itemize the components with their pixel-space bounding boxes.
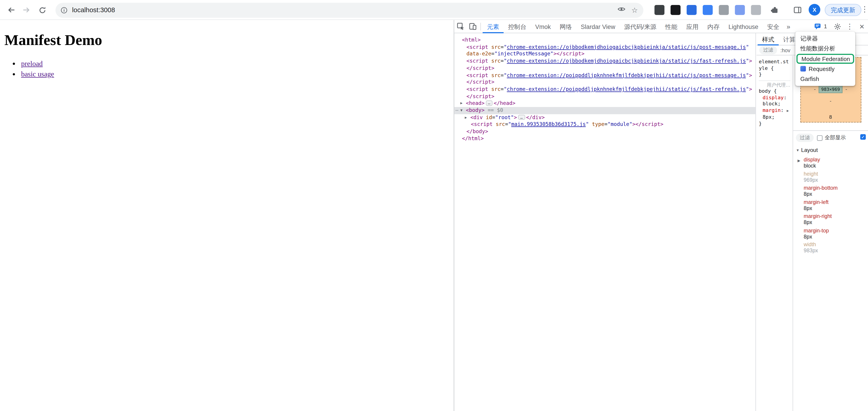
- overflow-menu-item[interactable]: Module Federation: [797, 54, 854, 64]
- gray-extension-icon[interactable]: [719, 5, 729, 15]
- devtools-close-icon[interactable]: ×: [856, 20, 868, 33]
- devtools-tab[interactable]: Lighthouse: [724, 20, 763, 33]
- elements-node[interactable]: ⋯▼<body> == $0: [454, 107, 755, 114]
- collapse-icon[interactable]: ▼: [460, 107, 466, 114]
- inspect-element-icon[interactable]: [454, 20, 467, 33]
- style-rules-pane: element.style {}用户代理…body {display: bloc…: [756, 56, 793, 411]
- site-info-icon[interactable]: [60, 6, 68, 13]
- resource-link[interactable]: chrome-extension://ojbbodkemjdhoiogaicbc…: [507, 44, 746, 50]
- elements-node[interactable]: ▶<head>…</head>: [454, 100, 755, 107]
- devtools-tab[interactable]: Vmok: [531, 20, 555, 33]
- resource-link[interactable]: chrome-extension://poippddljpknhnekfmjlf…: [507, 72, 746, 78]
- resource-link[interactable]: chrome-extension://ojbbodkemjdhoiogaicbc…: [507, 58, 746, 64]
- forward-button[interactable]: [20, 3, 33, 17]
- elements-node[interactable]: </html>: [454, 135, 755, 142]
- styles-filter-input[interactable]: 过滤: [759, 46, 777, 55]
- hov-toggle[interactable]: :hov: [780, 47, 790, 53]
- update-chrome-button[interactable]: 完成更新: [825, 4, 862, 16]
- back-icon: [6, 6, 16, 14]
- group-checkbox[interactable]: ✓: [860, 134, 866, 140]
- elements-node[interactable]: data-e2e="injectPostMessage"></script>: [454, 51, 755, 58]
- box-model-left-dash: -: [814, 87, 815, 92]
- styles-body: element.style {}用户代理…body {display: bloc…: [756, 56, 868, 411]
- address-bar[interactable]: localhost:3008 ☆: [55, 2, 644, 18]
- elements-node[interactable]: <script src="chrome-extension://poippddl…: [454, 72, 755, 79]
- extensions-puzzle-icon[interactable]: [770, 5, 780, 15]
- layout-property[interactable]: ▶displayblock: [796, 156, 865, 169]
- back-button[interactable]: [4, 3, 18, 17]
- show-all-checkbox[interactable]: [817, 135, 823, 140]
- elements-node[interactable]: <script src="main.99353058b36d3175.js" t…: [454, 121, 755, 128]
- devtools-menu-icon[interactable]: ⋮: [844, 20, 856, 33]
- preview-eye-icon[interactable]: [617, 5, 626, 15]
- devtools-tab[interactable]: 网络: [555, 20, 576, 33]
- layout-title-text: Layout: [801, 147, 818, 153]
- device-toolbar-icon[interactable]: [466, 20, 478, 33]
- elements-node[interactable]: ▶<div id="root">…</div>: [454, 114, 755, 121]
- issues-count: 1: [824, 23, 827, 29]
- lightblue-extension-icon[interactable]: [735, 5, 745, 15]
- profile-avatar[interactable]: X: [809, 4, 820, 15]
- blue-extension-icon[interactable]: [687, 5, 696, 15]
- layout-property[interactable]: margin-top8px: [796, 227, 865, 239]
- page-link[interactable]: basic usage: [21, 70, 54, 78]
- resource-link[interactable]: main.99353058b36d3175.js: [512, 121, 586, 127]
- silver-extension-icon[interactable]: [751, 5, 761, 15]
- computed-filter-input[interactable]: 过滤: [796, 134, 813, 142]
- extension-icons: [654, 5, 761, 15]
- overflow-menu-item[interactable]: Garfish: [796, 74, 855, 84]
- elements-node[interactable]: <script src="chrome-extension://ojbbodke…: [454, 58, 755, 65]
- side-panel-icon[interactable]: [793, 5, 802, 15]
- expand-icon[interactable]: ▶: [465, 114, 470, 121]
- devtools-tab[interactable]: 控制台: [504, 20, 531, 33]
- expand-icon[interactable]: ▶: [460, 100, 466, 107]
- layout-property[interactable]: margin-right8px: [796, 213, 865, 225]
- browser-menu-icon[interactable]: ⋮: [861, 4, 868, 13]
- show-all-toggle[interactable]: 全部显示: [817, 134, 846, 141]
- issues-button[interactable]: 1: [814, 23, 827, 30]
- devtools-settings-icon[interactable]: [831, 20, 844, 33]
- grid-extension-icon[interactable]: [654, 5, 664, 15]
- reload-button[interactable]: [35, 3, 49, 17]
- devtools-tab[interactable]: 内存: [703, 20, 724, 33]
- layout-section-header[interactable]: ▼ Layout: [796, 147, 865, 153]
- overflow-menu-item[interactable]: 记录器: [796, 34, 855, 44]
- resource-link[interactable]: chrome-extension://poippddljpknhnekfmjlf…: [507, 86, 746, 92]
- elements-node[interactable]: <script src="chrome-extension://ojbbodke…: [454, 44, 755, 51]
- browser-toolbar: localhost:3008 ☆ X 完成更新 ⋮: [0, 0, 868, 20]
- overflow-menu-item[interactable]: Requestly: [796, 64, 855, 74]
- elements-node[interactable]: </script>: [454, 65, 755, 72]
- elements-node[interactable]: </script>: [454, 79, 755, 86]
- style-rule[interactable]: 用户代理…body {display: block;margin: ▶ 8px;…: [759, 80, 790, 129]
- layout-property[interactable]: width983px: [796, 241, 865, 253]
- layout-property[interactable]: margin-left8px: [796, 199, 865, 211]
- overflow-menu-item[interactable]: 性能数据分析: [796, 44, 855, 54]
- more-tabs-icon[interactable]: »: [784, 22, 793, 30]
- layout-property[interactable]: margin-bottom8px: [796, 185, 865, 197]
- devtools-tab[interactable]: 应用: [682, 20, 703, 33]
- devtools-tab[interactable]: 源代码/来源: [620, 20, 661, 33]
- screen: localhost:3008 ☆ X 完成更新 ⋮ Manifest Demo …: [0, 0, 868, 411]
- node-menu-icon[interactable]: ⋯: [455, 107, 458, 114]
- devtools-tab[interactable]: Slardar View: [576, 20, 620, 33]
- devtools-tab[interactable]: 性能: [661, 20, 682, 33]
- sidebar-tab[interactable]: 样式: [757, 33, 779, 45]
- elements-node[interactable]: <html>: [454, 37, 755, 44]
- bookmark-star-icon[interactable]: ☆: [631, 6, 638, 13]
- collapse-triangle-icon: ▼: [796, 148, 800, 152]
- blue-square-extension-icon[interactable]: [703, 5, 713, 15]
- elements-node[interactable]: </script>: [454, 93, 755, 100]
- margin-bottom-value: 8: [801, 114, 861, 120]
- devtools-tab[interactable]: 元素: [483, 20, 504, 33]
- styles-sidebar: 样式计算 过滤 :hov element.style {}用户代理…body {…: [756, 33, 868, 411]
- circle-extension-icon[interactable]: [671, 5, 681, 15]
- overflow-menu: 记录器性能数据分析Module FederationRequestlyGarfi…: [796, 32, 855, 86]
- url-text: localhost:3008: [72, 6, 618, 14]
- computed-toolbar: 过滤 全部显示 ✓: [796, 131, 865, 144]
- elements-node[interactable]: <script src="chrome-extension://poippddl…: [454, 86, 755, 93]
- devtools-tab[interactable]: 安全: [763, 20, 784, 33]
- elements-node[interactable]: </body>: [454, 128, 755, 135]
- layout-property[interactable]: height969px: [796, 170, 865, 183]
- page-link[interactable]: preload: [21, 59, 43, 68]
- style-rule[interactable]: element.style {}: [759, 58, 790, 80]
